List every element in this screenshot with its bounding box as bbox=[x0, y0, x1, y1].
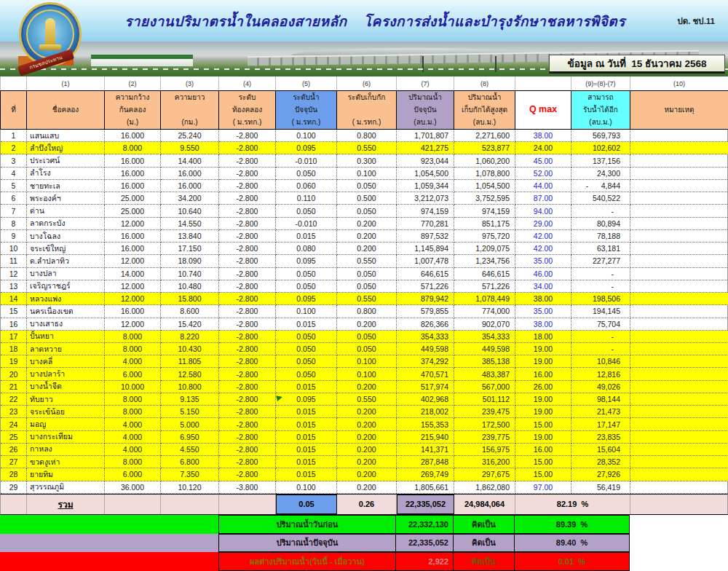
cell-remark[interactable] bbox=[630, 431, 728, 444]
cell-qmax[interactable]: 19.00 bbox=[515, 406, 571, 418]
cell-no[interactable]: 8 bbox=[1, 218, 27, 230]
cell-cur-volume[interactable]: 923,044 bbox=[397, 154, 454, 167]
total-empty[interactable] bbox=[1, 495, 27, 514]
cell-max-volume[interactable]: 902,070 bbox=[454, 318, 515, 331]
cell-capacity[interactable]: - bbox=[571, 331, 630, 343]
cell-width[interactable]: 25.000 bbox=[105, 192, 161, 205]
cell-qmax[interactable]: 38.00 bbox=[515, 318, 571, 331]
cell-cur-level[interactable]: 0.015 bbox=[276, 444, 337, 456]
cell-bed-level[interactable]: -2.800 bbox=[219, 331, 276, 343]
cell-cur-volume[interactable]: 218,002 bbox=[397, 406, 454, 418]
cell-width[interactable]: 12.000 bbox=[105, 255, 161, 267]
cell-bed-level[interactable]: -2.800 bbox=[219, 230, 276, 243]
cell-width[interactable]: 16.000 bbox=[105, 168, 161, 180]
cell-cur-volume[interactable]: 826,366 bbox=[397, 318, 454, 331]
cell-max-volume[interactable]: 974,159 bbox=[454, 205, 515, 217]
cell-no[interactable]: 23 bbox=[1, 406, 27, 418]
cell-length[interactable]: 18.090 bbox=[161, 255, 219, 267]
cell-bed-level[interactable]: -2.800 bbox=[219, 293, 276, 305]
cell-no[interactable]: 13 bbox=[1, 280, 27, 293]
cell-name[interactable]: ขวดงูเห่า bbox=[27, 456, 105, 468]
cell-name[interactable]: ด่าน bbox=[27, 205, 105, 217]
cell-cur-level[interactable]: 0.060 bbox=[276, 180, 337, 192]
summary-label[interactable]: ปริมาณน้ำวันก่อน bbox=[218, 515, 396, 534]
cell-no[interactable]: 29 bbox=[1, 481, 27, 494]
cell-cur-level[interactable]: 0.110 bbox=[276, 192, 337, 205]
cell-width[interactable]: 4.000 bbox=[105, 418, 161, 430]
cell-capacity[interactable]: - bbox=[571, 343, 630, 355]
cell-bed-level[interactable]: -2.800 bbox=[219, 305, 276, 318]
cell-name[interactable]: สุวรรณภูมิ bbox=[27, 481, 105, 494]
cell-capacity[interactable]: 198,506 bbox=[571, 293, 630, 305]
cell-store-level[interactable]: 0.550 bbox=[337, 393, 397, 406]
cell-name[interactable]: แสนแสบ bbox=[27, 130, 105, 142]
cell-cur-level[interactable]: 0.050 bbox=[276, 355, 337, 368]
cell-width[interactable]: 4.000 bbox=[105, 431, 161, 444]
summary-note[interactable]: คิดเป็น bbox=[454, 534, 515, 553]
cell-store-level[interactable]: 0.100 bbox=[337, 168, 397, 180]
cell-store-level[interactable]: 0.550 bbox=[337, 255, 397, 267]
cell-length[interactable]: 15.800 bbox=[161, 293, 219, 305]
cell-cur-level[interactable]: 0.050 bbox=[276, 331, 337, 343]
total-percent[interactable]: 82.19 % bbox=[515, 495, 630, 514]
cell-capacity[interactable]: - bbox=[571, 268, 630, 280]
cell-bed-level[interactable]: -2.800 bbox=[219, 355, 276, 368]
cell-length[interactable]: 10.120 bbox=[161, 481, 219, 494]
cell-name[interactable]: บางปลาร้า bbox=[27, 368, 105, 380]
total-empty[interactable] bbox=[161, 495, 219, 514]
cell-cur-volume[interactable]: 269,749 bbox=[397, 468, 454, 481]
cell-name[interactable]: ประเวศน์ bbox=[27, 154, 105, 167]
cell-width[interactable]: 16.000 bbox=[105, 130, 161, 142]
cell-remark[interactable] bbox=[630, 154, 728, 167]
cell-length[interactable]: 10.430 bbox=[161, 343, 219, 355]
cell-qmax[interactable]: 19.00 bbox=[515, 343, 571, 355]
cell-name[interactable]: พระองค์ฯ bbox=[27, 192, 105, 205]
cell-no[interactable]: 12 bbox=[1, 268, 27, 280]
cell-name[interactable]: นครเนื่องเขต bbox=[27, 305, 105, 318]
cell-no[interactable]: 19 bbox=[1, 355, 27, 368]
cell-qmax[interactable]: 35.00 bbox=[515, 255, 571, 267]
cell-store-level[interactable]: 0.200 bbox=[337, 381, 397, 393]
cell-qmax[interactable]: 29.00 bbox=[515, 218, 571, 230]
cell-width[interactable]: 12.000 bbox=[105, 280, 161, 293]
cell-store-level[interactable]: 0.100 bbox=[337, 368, 397, 380]
cell-cur-volume[interactable]: 3,212,073 bbox=[397, 192, 454, 205]
cell-no[interactable]: 11 bbox=[1, 255, 27, 267]
cell-cur-volume[interactable]: 579,855 bbox=[397, 305, 454, 318]
cell-capacity[interactable]: 80,894 bbox=[571, 218, 630, 230]
cell-name[interactable]: ลาดหวาย bbox=[27, 343, 105, 355]
cell-remark[interactable] bbox=[630, 331, 728, 343]
cell-length[interactable]: 34.200 bbox=[161, 192, 219, 205]
cell-no[interactable]: 3 bbox=[1, 154, 27, 167]
cell-bed-level[interactable]: -2.800 bbox=[219, 154, 276, 167]
cell-cur-level[interactable]: 0.050 bbox=[276, 168, 337, 180]
cell-remark[interactable] bbox=[630, 130, 728, 142]
cell-max-volume[interactable]: 1,060,200 bbox=[454, 154, 515, 167]
cell-store-level[interactable]: 0.550 bbox=[337, 293, 397, 305]
cell-cur-level[interactable]: 0.015 bbox=[276, 418, 337, 430]
cell-bed-level[interactable]: -3.800 bbox=[219, 481, 276, 494]
cell-remark[interactable] bbox=[630, 243, 728, 255]
cell-length[interactable]: 8.600 bbox=[161, 305, 219, 318]
cell-qmax[interactable]: 52.00 bbox=[515, 168, 571, 180]
cell-qmax[interactable]: 24.00 bbox=[515, 142, 571, 154]
cell-width[interactable]: 12.000 bbox=[105, 318, 161, 331]
cell-bed-level[interactable]: -2.800 bbox=[219, 456, 276, 468]
cell-no[interactable]: 5 bbox=[1, 180, 27, 192]
cell-cur-volume[interactable]: 879,942 bbox=[397, 293, 454, 305]
cell-name[interactable]: บางน้ำจืด bbox=[27, 381, 105, 393]
cell-width[interactable]: 16.000 bbox=[105, 230, 161, 243]
cell-cur-level[interactable]: 0.050 bbox=[276, 268, 337, 280]
cell-max-volume[interactable]: 385,138 bbox=[454, 355, 515, 368]
cell-cur-level[interactable]: 0.100 bbox=[276, 130, 337, 142]
cell-store-level[interactable]: 0.800 bbox=[337, 130, 397, 142]
cell-store-level[interactable]: 0.050 bbox=[337, 205, 397, 217]
cell-bed-level[interactable]: -2.800 bbox=[219, 192, 276, 205]
cell-store-level[interactable]: 0.300 bbox=[337, 154, 397, 167]
cell-bed-level[interactable]: -2.800 bbox=[219, 381, 276, 393]
cell-length[interactable]: 13.840 bbox=[161, 230, 219, 243]
cell-name[interactable]: ยายทิม bbox=[27, 468, 105, 481]
cell-remark[interactable] bbox=[630, 280, 728, 293]
cell-cur-volume[interactable]: 1,805,661 bbox=[397, 481, 454, 494]
cell-max-volume[interactable]: 1,054,500 bbox=[454, 180, 515, 192]
